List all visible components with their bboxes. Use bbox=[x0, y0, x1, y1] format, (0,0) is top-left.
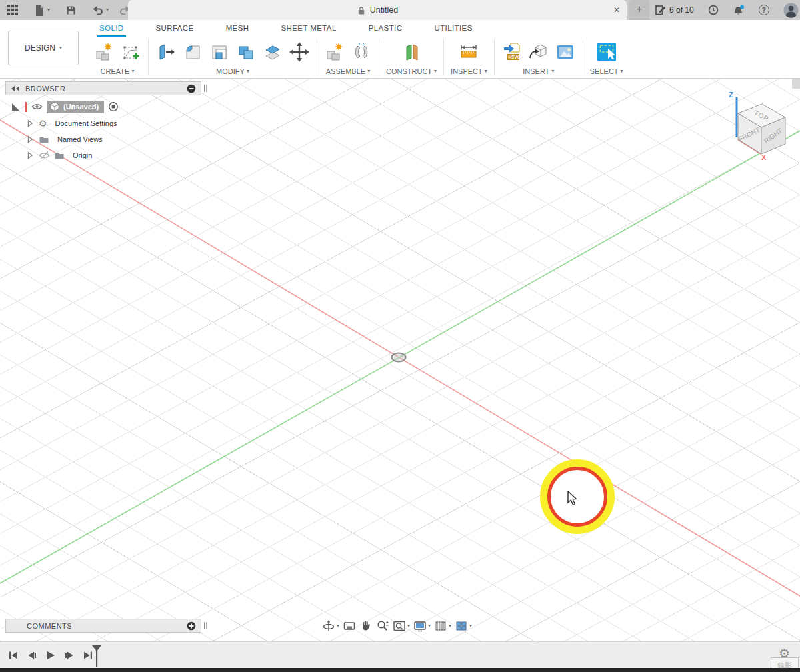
joint-icon[interactable] bbox=[351, 41, 372, 63]
viewports-tool[interactable]: ▾ bbox=[455, 619, 472, 633]
chevron-down-icon: ▾ bbox=[367, 69, 370, 74]
measure-icon[interactable] bbox=[458, 41, 479, 63]
select-dropdown[interactable]: SELECT ▾ bbox=[590, 67, 623, 75]
construct-dropdown[interactable]: CONSTRUCT ▾ bbox=[386, 67, 437, 75]
create-dropdown[interactable]: CREATE ▾ bbox=[101, 67, 135, 75]
chevron-down-icon: ▾ bbox=[337, 623, 339, 629]
look-at-tool[interactable] bbox=[343, 619, 356, 633]
design-workspace-button[interactable]: DESIGN ▾ bbox=[8, 31, 79, 65]
minimize-panel-icon[interactable] bbox=[187, 84, 196, 93]
pan-tool[interactable] bbox=[359, 619, 373, 633]
view-cube[interactable]: Z TOP FRONT RIGHT X bbox=[723, 87, 800, 163]
construct-plane-icon[interactable] bbox=[401, 41, 422, 63]
inspect-dropdown[interactable]: INSPECT ▾ bbox=[451, 67, 487, 75]
origin-marker[interactable] bbox=[392, 353, 406, 362]
tab-solid[interactable]: SOLID bbox=[97, 21, 126, 37]
browser-row-document-settings[interactable]: ⚙ Document Settings bbox=[25, 117, 121, 129]
orbit-tool[interactable]: ▾ bbox=[322, 619, 339, 633]
new-tab-button[interactable]: + bbox=[629, 0, 649, 20]
display-settings-tool[interactable]: ▾ bbox=[413, 619, 431, 633]
canvas-icon[interactable] bbox=[555, 41, 576, 63]
file-new-icon bbox=[33, 4, 45, 17]
group-select: SELECT ▾ bbox=[583, 37, 630, 77]
clock-icon[interactable] bbox=[708, 5, 719, 15]
create-sketch-icon[interactable] bbox=[120, 41, 141, 63]
bell-icon[interactable] bbox=[733, 5, 745, 16]
browser-row-named-views[interactable]: Named Views bbox=[25, 133, 107, 145]
chevron-down-icon: ▾ bbox=[428, 623, 431, 629]
job-status-count: 6 of 10 bbox=[669, 5, 694, 15]
job-status[interactable]: 6 of 10 bbox=[655, 5, 694, 15]
activate-component-radio[interactable] bbox=[108, 101, 119, 112]
combine-icon[interactable] bbox=[235, 41, 257, 63]
avatar[interactable] bbox=[783, 3, 799, 18]
chevron-down-icon: ▾ bbox=[469, 623, 472, 629]
z-axis-label: Z bbox=[729, 91, 733, 99]
navigation-toolbar: ▾ ▾ bbox=[322, 619, 472, 633]
visibility-off-eye-icon[interactable] bbox=[39, 151, 50, 160]
modify-dropdown[interactable]: MODIFY ▾ bbox=[216, 67, 249, 75]
chevron-down-icon: ▾ bbox=[131, 69, 134, 74]
step-back-button[interactable] bbox=[27, 650, 37, 661]
world-axes bbox=[0, 79, 800, 641]
fillet-icon[interactable] bbox=[182, 41, 203, 63]
browser-panel-header[interactable]: BROWSER bbox=[5, 81, 201, 95]
browser-item-label: Document Settings bbox=[51, 118, 121, 129]
chevron-down-icon: ▾ bbox=[551, 69, 554, 74]
expand-comments-icon[interactable] bbox=[187, 621, 196, 631]
visibility-eye-icon[interactable] bbox=[31, 103, 43, 111]
collapse-panel-icon[interactable] bbox=[11, 85, 20, 92]
notification-dot bbox=[740, 5, 744, 9]
timeline-position-marker[interactable] bbox=[91, 645, 102, 667]
group-create: CREATE ▾ bbox=[87, 37, 148, 77]
browser-root-row[interactable]: (Unsaved) bbox=[11, 101, 119, 113]
panel-drag-grip[interactable] bbox=[204, 85, 207, 92]
new-component-icon[interactable] bbox=[93, 41, 115, 63]
title-bar: ▾ ▾ ▾ Untitled ✕ bbox=[0, 0, 800, 20]
root-component-name: (Unsaved) bbox=[63, 103, 99, 111]
shell-icon[interactable] bbox=[209, 41, 230, 63]
expand-arrow-icon[interactable] bbox=[25, 118, 35, 129]
save-icon[interactable] bbox=[65, 5, 77, 16]
fit-tool[interactable]: ▾ bbox=[393, 619, 410, 633]
chevron-down-icon: ▾ bbox=[247, 69, 249, 74]
app-grid-icon[interactable] bbox=[6, 3, 19, 17]
select-icon[interactable] bbox=[595, 41, 618, 63]
assemble-dropdown[interactable]: ASSEMBLE ▾ bbox=[326, 67, 370, 75]
skip-start-button[interactable] bbox=[8, 650, 19, 661]
tab-utilities[interactable]: UTILITIES bbox=[432, 21, 474, 37]
grid-settings-tool[interactable]: ▾ bbox=[434, 619, 451, 633]
3d-viewport[interactable]: Z TOP FRONT RIGHT X BROWSER bbox=[0, 79, 800, 641]
chevron-down-icon: ▾ bbox=[434, 69, 437, 74]
tab-plastic[interactable]: PLASTIC bbox=[367, 21, 405, 37]
play-button[interactable] bbox=[45, 650, 56, 661]
browser-row-origin[interactable]: Origin bbox=[25, 149, 96, 161]
pan-hand-icon bbox=[359, 619, 373, 633]
file-menu-button[interactable]: ▾ bbox=[33, 4, 50, 17]
tab-mesh[interactable]: MESH bbox=[224, 21, 251, 37]
step-forward-button[interactable] bbox=[64, 650, 75, 661]
tab-surface[interactable]: SURFACE bbox=[154, 21, 196, 37]
zoom-tool[interactable] bbox=[376, 619, 389, 633]
insert-dropdown[interactable]: INSERT ▾ bbox=[523, 67, 554, 75]
close-tab-icon[interactable]: ✕ bbox=[613, 5, 620, 15]
new-component-icon[interactable] bbox=[324, 41, 345, 63]
browser-panel-title: BROWSER bbox=[25, 85, 181, 93]
undo-button[interactable]: ▾ bbox=[92, 5, 109, 15]
split-body-icon[interactable] bbox=[262, 41, 283, 63]
insert-mesh-icon[interactable] bbox=[528, 41, 549, 63]
document-tab[interactable]: Untitled ✕ bbox=[128, 0, 627, 20]
tab-sheet-metal[interactable]: SHEET METAL bbox=[279, 21, 338, 37]
display-settings-icon bbox=[413, 619, 427, 633]
root-component-chip[interactable]: (Unsaved) bbox=[47, 101, 104, 113]
insert-svg-icon[interactable]: SVG bbox=[501, 41, 523, 63]
panel-drag-grip[interactable] bbox=[204, 622, 207, 629]
comments-panel-header[interactable]: COMMENTS bbox=[5, 619, 201, 633]
look-at-icon bbox=[343, 619, 356, 633]
expand-arrow-icon[interactable] bbox=[25, 134, 35, 145]
document-edit-icon bbox=[655, 5, 666, 15]
help-icon[interactable]: ? bbox=[759, 5, 769, 15]
press-pull-icon[interactable] bbox=[155, 41, 177, 63]
move-icon[interactable] bbox=[289, 41, 310, 63]
expand-arrow-icon[interactable] bbox=[25, 150, 35, 161]
